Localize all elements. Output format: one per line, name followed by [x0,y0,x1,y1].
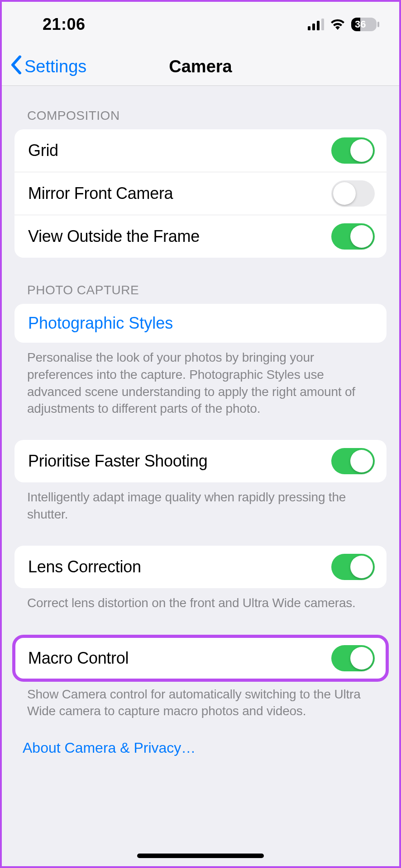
toggle-prioritise-faster-shooting[interactable] [331,448,375,474]
chevron-left-icon [10,55,22,77]
navigation-bar: Settings Camera [2,47,399,86]
section-header-photo-capture: PHOTO CAPTURE [14,258,387,304]
toggle-macro-control[interactable] [331,645,375,671]
back-button[interactable]: Settings [10,55,86,77]
battery-icon: 36 [351,18,377,31]
status-bar: 21:06 36 [2,2,399,47]
toggle-view-outside-frame[interactable] [331,223,375,250]
back-label: Settings [24,57,86,76]
status-icons: 36 [308,18,377,31]
wifi-icon [329,19,346,30]
section-header-composition: COMPOSITION [14,86,387,129]
group-macro-control: Macro Control [14,637,387,679]
cellular-signal-icon [308,19,324,30]
link-about-camera-privacy[interactable]: About Camera & Privacy… [14,723,387,761]
group-prioritise-faster-shooting: Prioritise Faster Shooting [14,440,387,482]
row-label: Lens Correction [28,557,141,576]
toggle-grid[interactable] [331,137,375,164]
footer-lens-correction: Correct lens distortion on the front and… [14,588,387,615]
row-label: Mirror Front Camera [28,184,173,203]
page-title: Camera [169,57,232,76]
group-photographic-styles: Photographic Styles [14,304,387,343]
row-label: View Outside the Frame [28,227,200,246]
row-prioritise-faster-shooting[interactable]: Prioritise Faster Shooting [14,440,387,482]
footer-prioritise-faster-shooting: Intelligently adapt image quality when r… [14,482,387,527]
svg-rect-1 [312,24,315,30]
row-lens-correction[interactable]: Lens Correction [14,546,387,588]
row-label: Grid [28,141,58,160]
row-grid[interactable]: Grid [14,129,387,172]
device-frame: 21:06 36 [0,0,401,868]
footer-macro-control: Show Camera control for automatically sw… [14,679,387,724]
svg-rect-3 [321,19,324,30]
toggle-mirror-front-camera[interactable] [331,180,375,207]
row-macro-control[interactable]: Macro Control [14,637,387,679]
link-photographic-styles[interactable]: Photographic Styles [14,304,387,343]
svg-rect-2 [317,21,320,30]
svg-rect-0 [308,26,310,30]
home-indicator [137,854,264,858]
group-lens-correction: Lens Correction [14,546,387,588]
row-label: Macro Control [28,649,129,668]
row-view-outside-frame[interactable]: View Outside the Frame [14,215,387,258]
toggle-lens-correction[interactable] [331,554,375,580]
settings-content: COMPOSITION Grid Mirror Front Camera Vie… [2,86,399,866]
status-time: 21:06 [43,15,86,34]
footer-photographic-styles: Personalise the look of your photos by b… [14,343,387,421]
battery-level: 36 [355,19,366,29]
row-mirror-front-camera[interactable]: Mirror Front Camera [14,172,387,215]
group-composition: Grid Mirror Front Camera View Outside th… [14,129,387,258]
row-label: Prioritise Faster Shooting [28,452,207,471]
